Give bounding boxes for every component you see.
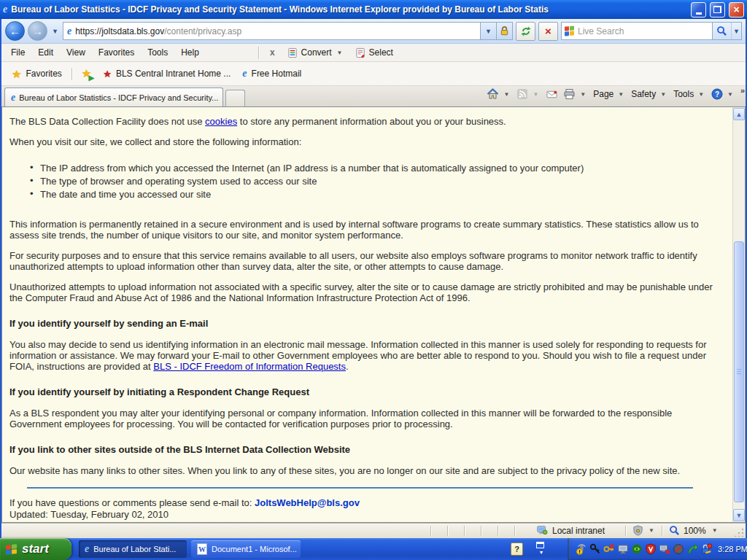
menu-help[interactable]: Help (174, 45, 206, 60)
menu-edit[interactable]: Edit (31, 45, 60, 60)
add-favorite-button[interactable]: ★ ▶ (82, 67, 91, 80)
task-label: Document1 - Microsof... (212, 545, 297, 553)
zoom-level: 100% (684, 526, 706, 536)
print-button[interactable]: ▼ (563, 88, 588, 100)
zoom-control[interactable]: 100% ▼ (669, 525, 720, 536)
foia-link[interactable]: BLS - IDCF Freedom of Information Reques… (153, 361, 346, 372)
word-document-icon: W (197, 543, 207, 555)
hotmail-favicon-icon: e (242, 69, 247, 79)
page-content: The BLS Data Collection Facility does no… (2, 107, 732, 522)
feeds-dropdown[interactable]: ▼ (530, 91, 541, 98)
new-tab-stub[interactable] (225, 90, 245, 106)
tab-active[interactable]: e Bureau of Labor Statistics - IDCF Priv… (4, 88, 223, 106)
toolbar-close-button[interactable]: x (263, 47, 282, 58)
favorite-link-free-hotmail[interactable]: e Free Hotmail (236, 66, 307, 82)
search-options-dropdown[interactable]: ▼ (731, 23, 741, 39)
blocked-status-tray-icon[interactable] (673, 543, 684, 555)
back-button[interactable]: ← (5, 21, 25, 41)
scroll-up-button[interactable]: ▲ (733, 108, 745, 120)
favorites-star-icon: ★ (12, 69, 21, 79)
restore-button[interactable] (710, 2, 725, 18)
taskbar: start e Bureau of Labor Stati... W Docum… (0, 538, 747, 560)
search-input[interactable] (578, 26, 712, 36)
footer-url: URL: https://joltsdata.bls.gov/content/p… (9, 521, 718, 522)
key-disabled-tray-icon[interactable] (603, 543, 615, 555)
protected-mode-button[interactable]: ▼ (632, 525, 657, 536)
select-button[interactable]: Select (350, 46, 398, 60)
email-help-link[interactable]: JoltsWebHelp@bls.gov (255, 497, 360, 508)
menu-file[interactable]: File (4, 45, 31, 60)
rss-feed-icon (516, 88, 528, 100)
list-item: The IP address from which you accessed t… (30, 163, 718, 174)
network-disconnected-tray-icon[interactable] (659, 543, 670, 555)
antivirus-shield-tray-icon[interactable] (645, 543, 657, 555)
print-dropdown[interactable]: ▼ (578, 91, 588, 98)
favorites-button[interactable]: ★ Favorites (6, 66, 68, 82)
wireless-alert-tray-icon[interactable] (576, 543, 587, 555)
heading-other-sites: If you link to other sites outside of th… (9, 444, 718, 455)
select-icon (355, 47, 366, 58)
zoom-dropdown[interactable]: ▼ (710, 527, 720, 534)
convert-dropdown[interactable]: ▼ (335, 50, 345, 56)
address-dropdown-button[interactable]: ▼ (480, 23, 496, 39)
protected-mode-dropdown[interactable]: ▼ (646, 527, 657, 534)
ssl-lock-button[interactable] (496, 23, 512, 39)
bls-favicon-icon: ★ (103, 69, 112, 79)
paragraph-other-sites: Our website has many links to other site… (9, 465, 718, 476)
taskbar-button-ie[interactable]: e Bureau of Labor Stati... (79, 540, 187, 558)
display-tray-icon[interactable] (617, 543, 629, 555)
menu-favorites[interactable]: Favorites (92, 45, 141, 60)
favorite-link-bls-intranet[interactable]: ★ BLS Central Intranet Home ... (97, 66, 236, 82)
start-button[interactable]: start (0, 538, 71, 560)
list-item: The date and time you accessed our site (30, 189, 718, 200)
home-dropdown[interactable]: ▼ (501, 91, 511, 98)
text: . (346, 361, 349, 372)
list-item: The type of browser and operating system… (30, 176, 718, 187)
footer-contact: If you have questions or comments please… (9, 497, 718, 509)
security-key-tray-icon[interactable] (589, 543, 601, 555)
taskbar-button-word[interactable]: W Document1 - Microsof... (191, 540, 301, 558)
nvidia-settings-tray-icon[interactable] (631, 543, 643, 555)
read-mail-button[interactable] (546, 89, 558, 100)
taskbar-toolbar-toggle[interactable]: ▼ (536, 542, 546, 556)
minimize-button[interactable] (691, 2, 706, 18)
footer-divider (27, 487, 693, 489)
task-label: Bureau of Labor Stati... (93, 545, 176, 553)
lock-alert-tray-icon[interactable] (700, 543, 712, 555)
safety-menu-label: Safety (631, 89, 656, 99)
refresh-button[interactable] (516, 22, 535, 41)
resize-grip[interactable] (735, 527, 744, 537)
title-bar: e Bureau of Labor Statistics - IDCF Priv… (0, 0, 747, 19)
menu-tools[interactable]: Tools (141, 45, 174, 60)
feeds-button[interactable]: ▼ (516, 88, 541, 100)
scrollbar-thumb[interactable] (734, 241, 744, 502)
menu-bar: File Edit View Favorites Tools Help x Co… (1, 44, 746, 62)
update-agent-tray-icon[interactable] (686, 543, 698, 555)
home-button[interactable]: ▼ (487, 88, 511, 100)
tools-menu-button[interactable]: Tools ▼ (673, 89, 706, 99)
toolbar-separator (258, 47, 259, 59)
recent-pages-dropdown[interactable]: ▼ (50, 28, 60, 35)
help-button[interactable]: ? ▼ (711, 88, 735, 100)
page-menu-button[interactable]: Page ▼ (593, 89, 626, 99)
help-dropdown[interactable]: ▼ (725, 91, 735, 98)
convert-button[interactable]: Convert ▼ (282, 46, 350, 60)
stop-button[interactable]: × (538, 22, 558, 41)
address-field[interactable]: e https://joltsdata.bls.gov/content/priv… (63, 22, 513, 40)
vertical-scrollbar[interactable]: ▲ ▼ (732, 107, 745, 522)
safety-menu-button[interactable]: Safety ▼ (631, 89, 668, 99)
taskbar-help-icon[interactable]: ? (511, 542, 523, 556)
help-icon: ? (711, 88, 723, 100)
forward-button[interactable]: → (28, 21, 47, 41)
favorites-label: Favorites (26, 69, 61, 79)
home-icon (487, 88, 499, 100)
command-bar-overflow-chevron[interactable]: » (740, 86, 745, 95)
close-button[interactable]: × (729, 2, 744, 18)
browser-window: e Bureau of Labor Statistics - IDCF Priv… (0, 0, 747, 560)
minimize-icon (696, 12, 702, 15)
scroll-down-button[interactable]: ▼ (733, 509, 745, 521)
menu-view[interactable]: View (60, 45, 92, 60)
taskbar-clock[interactable]: 3:28 PM (718, 545, 747, 553)
search-button[interactable] (712, 23, 731, 39)
cookies-link[interactable]: cookies (205, 116, 237, 127)
